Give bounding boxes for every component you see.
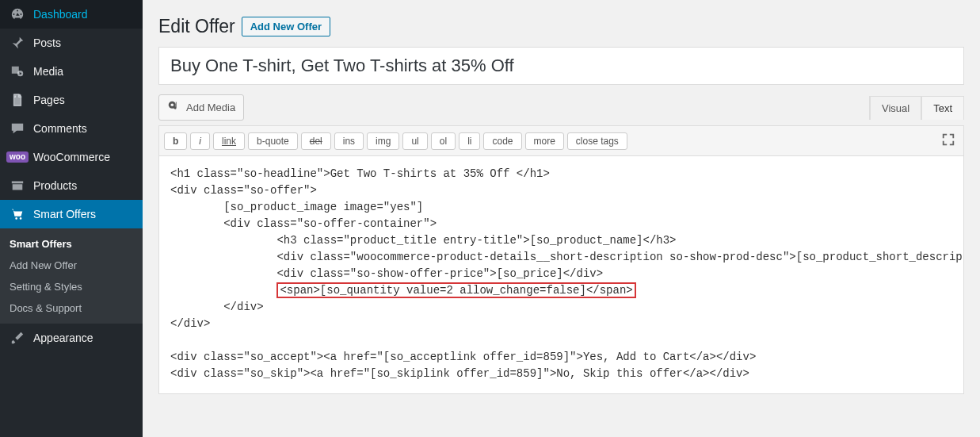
- page-heading-row: Edit Offer Add New Offer: [158, 0, 964, 37]
- svg-point-3: [171, 103, 174, 106]
- qt-close-tags-button[interactable]: close tags: [567, 132, 627, 150]
- sidebar-item-label: Media: [33, 65, 63, 78]
- sidebar-item-label: Pages: [33, 94, 65, 106]
- cart-icon: [10, 206, 25, 222]
- sidebar-item-label: Comments: [33, 122, 87, 135]
- qt-del-button[interactable]: del: [301, 132, 331, 150]
- qt-more-button[interactable]: more: [525, 132, 564, 150]
- offer-title-input[interactable]: [158, 47, 964, 85]
- qt-italic-button[interactable]: i: [190, 132, 210, 150]
- archive-icon: [10, 178, 25, 194]
- woocommerce-icon: woo: [10, 149, 25, 165]
- sidebar-item-woocommerce[interactable]: woo WooCommerce: [0, 143, 143, 171]
- quicktags-toolbar: b i link b-quote del ins img ul ol li co…: [158, 125, 964, 156]
- sidebar-item-pages[interactable]: Pages: [0, 86, 143, 114]
- sidebar-item-smart-offers[interactable]: Smart Offers: [0, 200, 143, 228]
- sidebar-item-label: Dashboard: [33, 8, 88, 21]
- editor-tabs: Visual Text: [869, 96, 964, 120]
- sidebar-item-label: Smart Offers: [33, 208, 96, 220]
- gauge-icon: [10, 6, 25, 22]
- sidebar-submenu: Smart Offers Add New Offer Setting & Sty…: [0, 228, 143, 324]
- qt-bold-button[interactable]: b: [164, 132, 187, 150]
- sidebar-item-products[interactable]: Products: [0, 171, 143, 200]
- pin-icon: [10, 35, 25, 51]
- sidebar-item-label: Products: [33, 179, 77, 192]
- sidebar-item-label: WooCommerce: [33, 151, 110, 163]
- highlighted-shortcode: <span>[so_quantity value=2 allow_change=…: [276, 282, 635, 298]
- add-media-button[interactable]: Add Media: [158, 94, 244, 121]
- submenu-item-setting-styles[interactable]: Setting & Styles: [0, 276, 143, 297]
- add-media-label: Add Media: [186, 102, 235, 113]
- qt-link-button[interactable]: link: [213, 132, 245, 150]
- submenu-item-add-new-offer[interactable]: Add New Offer: [0, 255, 143, 276]
- sidebar-item-label: Appearance: [33, 332, 93, 344]
- main-content: Edit Offer Add New Offer Add Media Visua…: [143, 0, 980, 437]
- sidebar-item-dashboard[interactable]: Dashboard: [0, 0, 143, 29]
- qt-ins-button[interactable]: ins: [334, 132, 364, 150]
- tab-visual[interactable]: Visual: [870, 97, 921, 120]
- comment-icon: [10, 121, 25, 136]
- camera-music-icon: [167, 99, 181, 116]
- sidebar-item-comments[interactable]: Comments: [0, 114, 143, 143]
- qt-code-button[interactable]: code: [483, 132, 521, 150]
- qt-li-button[interactable]: li: [459, 132, 480, 150]
- sidebar-item-label: Posts: [33, 36, 61, 49]
- sidebar-item-posts[interactable]: Posts: [0, 29, 143, 57]
- submenu-item-smart-offers[interactable]: Smart Offers: [0, 233, 143, 255]
- qt-ul-button[interactable]: ul: [402, 132, 427, 150]
- fullscreen-toggle-icon[interactable]: [938, 131, 959, 151]
- svg-rect-1: [14, 94, 21, 105]
- admin-sidebar: Dashboard Posts Media Pages Comments: [0, 0, 143, 437]
- content-editor-textarea[interactable]: <h1 class="so-headline">Get Two T-shirts…: [158, 156, 964, 394]
- add-new-offer-button[interactable]: Add New Offer: [242, 17, 330, 36]
- sidebar-item-appearance[interactable]: Appearance: [0, 324, 143, 352]
- qt-img-button[interactable]: img: [367, 132, 399, 150]
- qt-bquote-button[interactable]: b-quote: [248, 132, 298, 150]
- brush-icon: [10, 330, 25, 346]
- media-icon: [10, 63, 25, 79]
- sidebar-item-media[interactable]: Media: [0, 57, 143, 86]
- qt-ol-button[interactable]: ol: [431, 132, 456, 150]
- pages-icon: [10, 92, 25, 108]
- submenu-item-docs-support[interactable]: Docs & Support: [0, 297, 143, 319]
- page-title: Edit Offer: [158, 16, 235, 37]
- tab-text[interactable]: Text: [921, 97, 963, 120]
